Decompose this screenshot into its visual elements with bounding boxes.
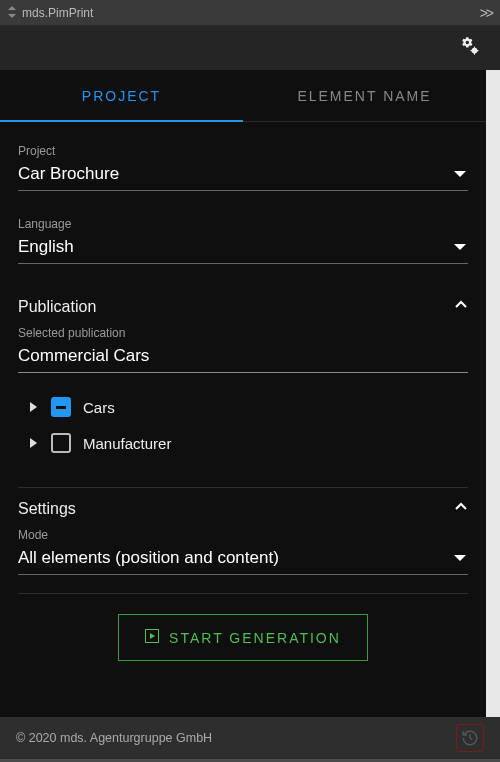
checkbox-manufacturer[interactable] (51, 433, 71, 453)
section-settings-header[interactable]: Settings (18, 492, 468, 528)
tree-label-cars: Cars (83, 399, 115, 416)
chevron-up-icon (454, 298, 468, 316)
language-select[interactable]: English (18, 233, 468, 264)
divider (18, 593, 468, 594)
svg-rect-2 (470, 50, 478, 51)
publication-tree: Cars Manufacturer (18, 383, 468, 479)
divider (18, 487, 468, 488)
tree-item-manufacturer[interactable]: Manufacturer (22, 425, 468, 461)
checkbox-cars[interactable] (51, 397, 71, 417)
field-project: Project Car Brochure (18, 144, 468, 191)
tree-label-manufacturer: Manufacturer (83, 435, 171, 452)
tab-project-label: PROJECT (82, 88, 161, 104)
expand-caret-icon[interactable] (30, 438, 37, 448)
titlebar: mds.PimPrint >> (0, 0, 500, 26)
start-button-label: START GENERATION (169, 630, 341, 646)
project-value: Car Brochure (18, 164, 454, 184)
window-title: mds.PimPrint (22, 6, 93, 20)
tab-bar: PROJECT ELEMENT NAME (0, 70, 486, 122)
settings-gears-icon[interactable] (458, 35, 480, 61)
section-settings-title: Settings (18, 500, 454, 518)
start-row: START GENERATION (18, 598, 468, 689)
footer: © 2020 mds. Agenturgruppe GmbH (0, 717, 500, 759)
start-generation-button[interactable]: START GENERATION (118, 614, 368, 661)
field-language-label: Language (18, 217, 468, 231)
field-language: Language English (18, 217, 468, 264)
copyright-text: © 2020 mds. Agenturgruppe GmbH (16, 731, 212, 745)
caret-down-icon (454, 171, 466, 177)
expand-caret-icon[interactable] (30, 402, 37, 412)
section-publication-header[interactable]: Publication (18, 290, 468, 326)
mode-select[interactable]: All elements (position and content) (18, 544, 468, 575)
field-project-label: Project (18, 144, 468, 158)
section-publication-title: Publication (18, 298, 454, 316)
content-scroll: Project Car Brochure Language English Pu… (0, 122, 486, 717)
app-root: mds.PimPrint >> PROJECT ELEMENT NAME (0, 0, 500, 762)
scrollbar[interactable] (486, 70, 500, 717)
caret-down-icon (454, 244, 466, 250)
main-area: PROJECT ELEMENT NAME Project Car Brochur… (0, 70, 500, 717)
mode-value: All elements (position and content) (18, 548, 454, 568)
expand-icon[interactable]: >> (480, 5, 492, 21)
toolbar (0, 26, 500, 70)
tree-item-cars[interactable]: Cars (22, 389, 468, 425)
panel: PROJECT ELEMENT NAME Project Car Brochur… (0, 70, 486, 717)
field-selected-pub-label: Selected publication (18, 326, 468, 340)
field-selected-publication: Selected publication Commercial Cars (18, 326, 468, 373)
tab-element-label: ELEMENT NAME (297, 88, 431, 104)
project-select[interactable]: Car Brochure (18, 160, 468, 191)
tab-element-name[interactable]: ELEMENT NAME (243, 70, 486, 121)
play-icon (145, 629, 159, 646)
caret-down-icon (454, 555, 466, 561)
field-mode-label: Mode (18, 528, 468, 542)
chevron-up-icon (454, 500, 468, 518)
field-mode: Mode All elements (position and content) (18, 528, 468, 575)
selected-pub-display: Commercial Cars (18, 342, 468, 373)
drag-handle-icon[interactable] (8, 6, 16, 20)
language-value: English (18, 237, 454, 257)
history-icon[interactable] (456, 724, 484, 752)
selected-pub-value: Commercial Cars (18, 346, 466, 366)
tab-project[interactable]: PROJECT (0, 70, 243, 121)
